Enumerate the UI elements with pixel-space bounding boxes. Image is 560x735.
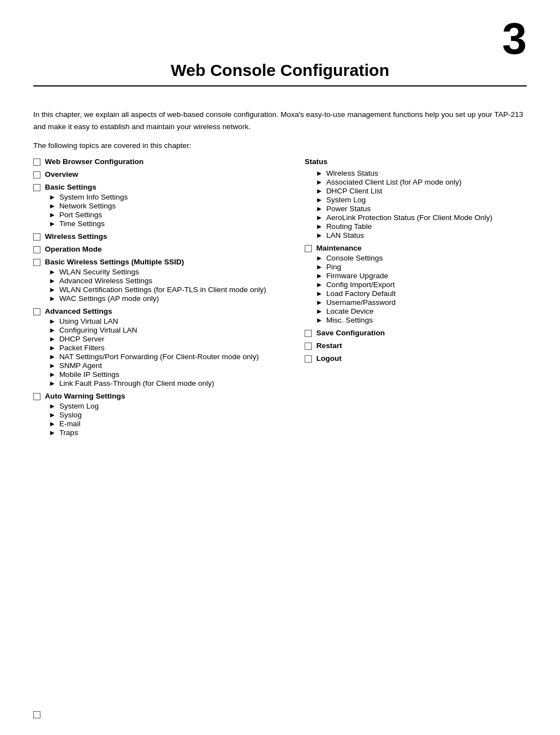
status-title: Status: [305, 157, 527, 166]
checkbox-icon-basic-settings: [33, 184, 40, 191]
toc-item-wireless-settings: Wireless Settings: [33, 232, 294, 241]
arrow-icon: ►: [49, 326, 56, 334]
arrow-icon: ►: [49, 361, 56, 370]
maintenance-item-locate: ► Locate Device: [316, 307, 527, 315]
toc-label-save-config: Save Configuration: [316, 329, 385, 337]
toc-subitem-packet-filters: ► Packet Filters: [49, 344, 294, 352]
status-item-label: DHCP Client List: [326, 187, 382, 195]
toc-item-auto-warning: Auto Warning Settings ► System Log ► Sys…: [33, 392, 294, 437]
toc-label-web-browser: Web Browser Configuration: [45, 157, 143, 166]
maintenance-title: Maintenance: [316, 244, 362, 252]
toc-subitem-label: Traps: [59, 428, 78, 437]
maintenance-items: ► Console Settings ► Ping ► Firmware Upg…: [305, 254, 527, 324]
arrow-icon: ►: [316, 231, 323, 239]
maintenance-item-misc: ► Misc. Settings: [316, 316, 527, 324]
arrow-icon: ►: [49, 220, 56, 228]
checkbox-icon-basic-wireless: [33, 259, 40, 266]
arrow-icon: ►: [316, 254, 323, 262]
maintenance-item-label: Config Import/Export: [326, 280, 395, 289]
chapter-title: Web Console Configuration: [33, 61, 527, 86]
status-item-label: System Log: [326, 196, 366, 204]
arrow-icon: ►: [49, 379, 56, 387]
status-item-wireless-status: ► Wireless Status: [316, 169, 527, 177]
toc-label-basic-wireless: Basic Wireless Settings (Multiple SSID): [45, 258, 184, 266]
status-item-label: Associated Client List (for AP mode only…: [326, 178, 461, 186]
arrow-icon: ►: [316, 222, 323, 231]
status-item-dhcp-client: ► DHCP Client List: [316, 187, 527, 195]
toc-label-overview: Overview: [45, 170, 78, 178]
maintenance-item-label: Console Settings: [326, 254, 383, 262]
status-item-aerolink: ► AeroLink Protection Status (For Client…: [316, 213, 527, 222]
arrow-icon: ►: [316, 289, 323, 298]
maintenance-item-username: ► Username/Password: [316, 298, 527, 307]
toc-subitem-traps: ► Traps: [49, 428, 294, 437]
toc-item-advanced-settings: Advanced Settings ► Using Virtual LAN ► …: [33, 307, 294, 387]
arrow-icon: ►: [49, 344, 56, 352]
checkbox-icon-web-browser: [33, 159, 40, 166]
toc-subitem-label: Mobile IP Settings: [59, 370, 120, 379]
maintenance-item-label: Ping: [326, 263, 341, 271]
maintenance-item-label: Load Factory Default: [326, 289, 395, 298]
chapter-number: 3: [33, 17, 527, 61]
maintenance-item-label: Misc. Settings: [326, 316, 373, 324]
intro-paragraph1: In this chapter, we explain all aspects …: [33, 109, 527, 132]
toc-container: Web Browser Configuration Overview Basic…: [33, 157, 527, 441]
toc-subitem-label: Advanced Wireless Settings: [59, 277, 152, 285]
checkbox-icon-wireless-settings: [33, 233, 40, 241]
toc-subitem-label: Using Virtual LAN: [59, 317, 118, 325]
arrow-icon: ►: [49, 370, 56, 379]
toc-item-restart: Restart: [305, 341, 527, 350]
toc-subitem-advanced-wireless: ► Advanced Wireless Settings: [49, 277, 294, 285]
toc-subitem-network: ► Network Settings: [49, 202, 294, 210]
toc-label-operation-mode: Operation Mode: [45, 245, 102, 253]
checkbox-icon-advanced-settings: [33, 308, 40, 315]
toc-label-logout: Logout: [316, 354, 342, 363]
status-item-label: Routing Table: [326, 222, 372, 231]
checkbox-icon-auto-warning: [33, 393, 40, 400]
toc-subitem-wac: ► WAC Settings (AP mode only): [49, 294, 294, 303]
arrow-icon: ►: [316, 205, 323, 213]
toc-item-operation-mode: Operation Mode: [33, 245, 294, 253]
toc-subitem-mobile-ip: ► Mobile IP Settings: [49, 370, 294, 379]
toc-subitem-configuring-vlan: ► Configuring Virtual LAN: [49, 326, 294, 334]
toc-subitem-snmp: ► SNMP Agent: [49, 361, 294, 370]
toc-item-basic-wireless: Basic Wireless Settings (Multiple SSID) …: [33, 258, 294, 303]
maintenance-section: Maintenance ► Console Settings ► Ping ► …: [305, 244, 527, 324]
toc-subitem-syslog: ► Syslog: [49, 411, 294, 419]
toc-subitem-label: Packet Filters: [59, 344, 105, 352]
checkbox-icon-logout: [305, 355, 312, 363]
page: 3 Web Console Configuration In this chap…: [0, 0, 560, 735]
arrow-icon: ►: [49, 402, 56, 410]
footer-checkbox-icon: [33, 711, 40, 718]
maintenance-item-label: Firmware Upgrade: [326, 272, 388, 280]
toc-subitem-label: Port Settings: [59, 211, 102, 219]
status-item-label: Power Status: [326, 205, 371, 213]
toc-label-advanced-settings: Advanced Settings: [45, 307, 112, 315]
toc-item-basic-settings: Basic Settings ► System Info Settings ► …: [33, 183, 294, 228]
toc-subitem-label: Syslog: [59, 411, 82, 419]
toc-left-column: Web Browser Configuration Overview Basic…: [33, 157, 294, 441]
arrow-icon: ►: [316, 307, 323, 315]
toc-item-save-config: Save Configuration: [305, 329, 527, 337]
toc-sub-basic-wireless: ► WLAN Security Settings ► Advanced Wire…: [33, 268, 294, 303]
arrow-icon: ►: [49, 193, 56, 201]
toc-subitem-label: WLAN Security Settings: [59, 268, 139, 276]
arrow-icon: ►: [316, 272, 323, 280]
toc-item-web-browser: Web Browser Configuration: [33, 157, 294, 166]
arrow-icon: ►: [316, 169, 323, 177]
status-item-routing-table: ► Routing Table: [316, 222, 527, 231]
toc-right-column: Status ► Wireless Status ► Associated Cl…: [294, 157, 527, 367]
checkbox-icon-operation-mode: [33, 246, 40, 253]
toc-label-basic-settings: Basic Settings: [45, 183, 96, 191]
toc-sub-basic-settings: ► System Info Settings ► Network Setting…: [33, 193, 294, 228]
arrow-icon: ►: [49, 411, 56, 419]
toc-subitem-wlan-security: ► WLAN Security Settings: [49, 268, 294, 276]
toc-subitem-link-fault: ► Link Fault Pass-Through (for Client mo…: [49, 379, 294, 387]
status-section: Status ► Wireless Status ► Associated Cl…: [305, 157, 527, 239]
toc-subitem-label: NAT Settings/Port Forwarding (For Client…: [59, 353, 259, 361]
maintenance-item-console: ► Console Settings: [316, 254, 527, 262]
toc-subitem-label: WLAN Certification Settings (for EAP-TLS…: [59, 285, 266, 294]
arrow-icon: ►: [316, 213, 323, 222]
arrow-icon: ►: [316, 316, 323, 324]
maintenance-item-load-factory: ► Load Factory Default: [316, 289, 527, 298]
